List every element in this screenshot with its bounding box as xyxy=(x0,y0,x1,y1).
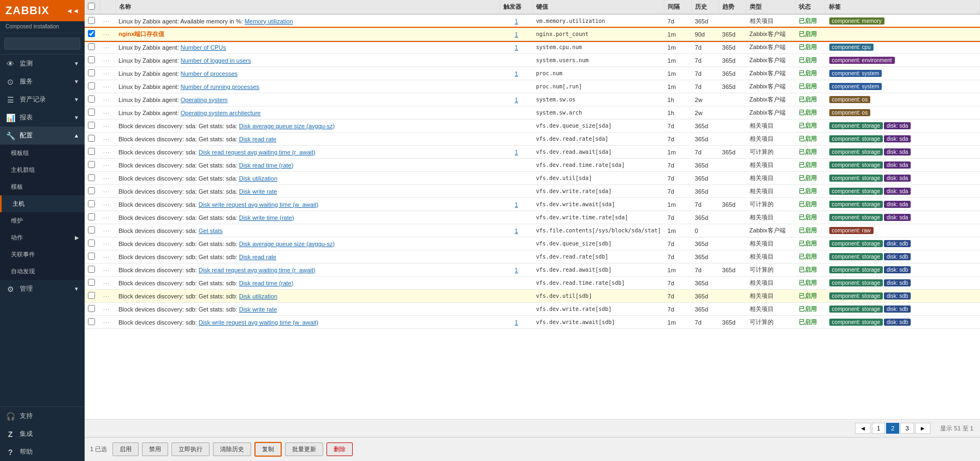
row-menu-dots[interactable]: ··· xyxy=(100,277,115,290)
row-menu-dots[interactable]: ··· xyxy=(100,93,115,106)
row-checkbox-cell[interactable] xyxy=(85,119,100,133)
row-menu-dots[interactable]: ··· xyxy=(100,250,115,264)
row-menu-dots[interactable]: ··· xyxy=(100,316,115,329)
row-menu-dots[interactable]: ··· xyxy=(100,290,115,303)
trigger-count-link[interactable]: 1 xyxy=(515,44,518,51)
sidebar-item-templates[interactable]: 模板 xyxy=(0,178,85,195)
row-checkbox[interactable] xyxy=(88,95,95,103)
row-menu-dots[interactable]: ··· xyxy=(100,303,115,316)
row-name-link[interactable]: Disk write request avg waiting time (w_a… xyxy=(199,319,318,326)
row-name-link[interactable]: Disk read rate xyxy=(239,136,276,142)
row-name-link[interactable]: Number of CPUs xyxy=(181,44,226,51)
row-name-link[interactable]: Disk average queue size (avgqu-sz) xyxy=(239,123,335,129)
row-name-link[interactable]: Disk read time (rate) xyxy=(239,280,294,286)
row-checkbox-cell[interactable] xyxy=(85,67,100,80)
row-name-link[interactable]: Disk read request avg waiting time (r_aw… xyxy=(199,149,316,155)
row-name-link[interactable]: Operating system architecture xyxy=(181,110,261,116)
sidebar-item-actions[interactable]: 动作 ▶ xyxy=(0,229,85,246)
row-checkbox[interactable] xyxy=(88,109,95,116)
row-name-link[interactable]: Disk write rate xyxy=(239,306,277,313)
row-name-link[interactable]: Disk write time (rate) xyxy=(239,214,294,221)
row-checkbox-cell[interactable] xyxy=(85,185,100,198)
row-checkbox-cell[interactable] xyxy=(85,41,100,54)
row-checkbox-cell[interactable] xyxy=(85,159,100,172)
sidebar-item-support[interactable]: 🎧 支持 xyxy=(0,407,85,425)
row-menu-dots[interactable]: ··· xyxy=(100,198,115,211)
row-checkbox[interactable] xyxy=(88,148,95,155)
row-checkbox[interactable] xyxy=(88,200,95,207)
row-name-link[interactable]: Disk read time (rate) xyxy=(239,162,294,169)
sidebar-item-monitor[interactable]: 👁 监测 ▼ xyxy=(0,55,85,73)
sidebar-item-events[interactable]: 关联事件 xyxy=(0,246,85,263)
row-menu-dots[interactable]: ··· xyxy=(100,211,115,224)
row-checkbox-cell[interactable] xyxy=(85,80,100,93)
next-page-button[interactable]: ► xyxy=(915,423,931,434)
execute-button[interactable]: 立即执行 xyxy=(171,442,210,456)
disable-button[interactable]: 禁用 xyxy=(142,442,168,456)
row-menu-dots[interactable]: ··· xyxy=(100,224,115,237)
row-checkbox-cell[interactable] xyxy=(85,277,100,290)
sidebar-item-help[interactable]: ? 帮助 xyxy=(0,443,85,461)
row-checkbox[interactable] xyxy=(88,122,95,129)
row-menu-dots[interactable]: ··· xyxy=(100,67,115,80)
row-checkbox[interactable] xyxy=(88,161,95,168)
row-menu-dots[interactable]: ··· xyxy=(100,237,115,250)
row-checkbox-cell[interactable] xyxy=(85,198,100,211)
sidebar-item-discovery[interactable]: 自动发现 xyxy=(0,263,85,280)
row-checkbox-cell[interactable] xyxy=(85,54,100,67)
row-checkbox[interactable] xyxy=(88,305,95,312)
row-checkbox-cell[interactable] xyxy=(85,28,100,41)
clear-history-button[interactable]: 清除历史 xyxy=(213,442,251,456)
row-menu-dots[interactable]: ··· xyxy=(100,41,115,54)
page-2-button[interactable]: 2 xyxy=(886,423,899,434)
row-name-link[interactable]: Memory utilization xyxy=(245,18,293,25)
row-checkbox-cell[interactable] xyxy=(85,106,100,119)
row-menu-dots[interactable]: ··· xyxy=(100,172,115,185)
sidebar-collapse-icon[interactable]: ◄◄ xyxy=(66,7,79,15)
row-menu-dots[interactable]: ··· xyxy=(100,159,115,172)
sidebar-item-template-groups[interactable]: 模板组 xyxy=(0,145,85,161)
row-checkbox[interactable] xyxy=(88,240,95,247)
row-checkbox-cell[interactable] xyxy=(85,211,100,224)
trigger-count-link[interactable]: 1 xyxy=(515,227,518,234)
row-checkbox[interactable] xyxy=(88,69,95,76)
trigger-count-link[interactable]: 1 xyxy=(515,267,518,273)
row-name-link[interactable]: Disk read request avg waiting time (r_aw… xyxy=(199,267,316,273)
row-name-link[interactable]: Disk utilization xyxy=(239,293,277,300)
row-checkbox[interactable] xyxy=(88,213,95,220)
row-checkbox[interactable] xyxy=(88,226,95,234)
row-name-link[interactable]: Number of running processes xyxy=(181,83,259,90)
row-name-link[interactable]: Disk write request avg waiting time (w_a… xyxy=(199,201,318,208)
trigger-count-link[interactable]: 1 xyxy=(515,97,518,103)
row-checkbox-cell[interactable] xyxy=(85,250,100,264)
row-checkbox[interactable] xyxy=(88,43,95,50)
copy-button[interactable]: 复制 xyxy=(254,442,282,457)
row-checkbox[interactable] xyxy=(88,82,95,89)
row-checkbox[interactable] xyxy=(88,17,95,24)
row-checkbox-cell[interactable] xyxy=(85,133,100,146)
row-checkbox[interactable] xyxy=(88,279,95,286)
search-input[interactable] xyxy=(4,38,80,50)
row-checkbox[interactable] xyxy=(88,266,95,273)
select-all-header[interactable] xyxy=(85,0,100,14)
row-checkbox[interactable] xyxy=(88,30,95,37)
row-checkbox-cell[interactable] xyxy=(85,316,100,329)
row-name-link[interactable]: Number of processes xyxy=(181,70,238,77)
row-menu-dots[interactable]: ··· xyxy=(100,28,115,41)
sidebar-item-maintenance[interactable]: 维护 xyxy=(0,212,85,229)
row-menu-dots[interactable]: ··· xyxy=(100,106,115,119)
row-checkbox-cell[interactable] xyxy=(85,290,100,303)
delete-button[interactable]: 删除 xyxy=(326,442,353,456)
row-checkbox-cell[interactable] xyxy=(85,172,100,185)
page-3-button[interactable]: 3 xyxy=(900,423,913,434)
select-all-checkbox[interactable] xyxy=(88,3,95,10)
row-name-link[interactable]: Disk write rate xyxy=(239,188,277,195)
row-menu-dots[interactable]: ··· xyxy=(100,146,115,159)
row-checkbox-cell[interactable] xyxy=(85,264,100,277)
trigger-count-link[interactable]: 1 xyxy=(515,319,518,326)
row-checkbox[interactable] xyxy=(88,253,95,260)
row-menu-dots[interactable]: ··· xyxy=(100,185,115,198)
sidebar-item-service[interactable]: ⊙ 服务 ▼ xyxy=(0,73,85,91)
sidebar-item-integration[interactable]: Z 集成 xyxy=(0,425,85,443)
row-checkbox-cell[interactable] xyxy=(85,303,100,316)
